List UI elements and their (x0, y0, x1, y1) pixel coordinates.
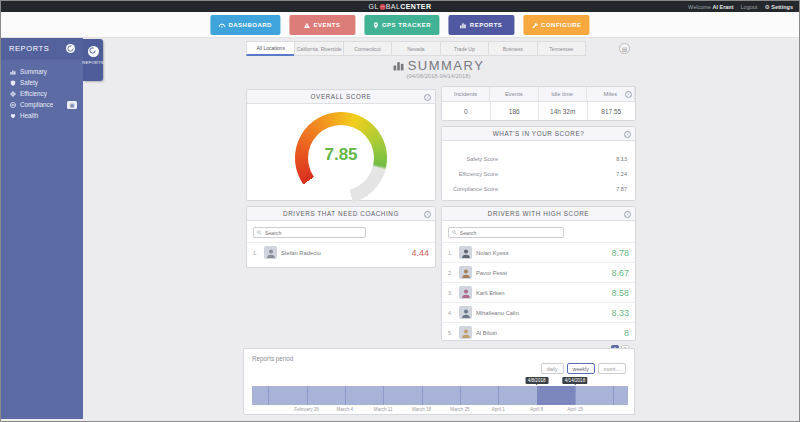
driver-row[interactable]: 5. Al Bilotti 8 (442, 322, 635, 342)
search-input[interactable] (460, 230, 560, 236)
axis-label: February 26 (294, 407, 319, 412)
driver-avatar (459, 306, 472, 319)
tab-location-5[interactable]: Trade Up (440, 41, 488, 56)
tab-location-4[interactable]: Nevada (391, 41, 439, 56)
axis-label: April 1 (492, 407, 505, 412)
driver-avatar (264, 246, 277, 259)
sidebar-item-health[interactable]: Health (10, 110, 83, 121)
logo-text-right: BAL (386, 3, 400, 10)
main-nav: DASHBOARD EVENTS GPS TRACKER REPORTS CON… (1, 12, 799, 38)
tab-location-6[interactable]: Business (488, 41, 536, 56)
driver-score: 8 (624, 328, 629, 338)
coaching-drivers-card: DRIVERS THAT NEED COACHING i 1. Stefan R… (246, 206, 436, 268)
info-icon[interactable]: i (624, 131, 631, 138)
info-icon[interactable]: i (625, 91, 632, 98)
title-chart-icon (393, 60, 404, 71)
location-pin-icon (372, 22, 379, 29)
driver-score: 4.44 (411, 248, 429, 258)
daily-button[interactable]: daily (541, 363, 564, 374)
nav-dashboard-button[interactable]: DASHBOARD (210, 15, 280, 35)
search-icon (452, 230, 457, 235)
driver-row[interactable]: 1. Stefan Radeciu 4.44 (247, 242, 435, 262)
selected-week-segment[interactable] (537, 386, 575, 405)
driver-score: 8.67 (611, 268, 629, 278)
sidebar-header: REPORTS (1, 38, 83, 58)
sidebar-item-summary[interactable]: Summary (10, 66, 83, 77)
axis-label: April 15 (567, 407, 583, 412)
high-score-drivers-card: DRIVERS WITH HIGH SCORE i 1. Nolan Kyess… (441, 206, 636, 341)
coaching-search[interactable] (253, 227, 366, 238)
user-name: Al Erant (712, 4, 733, 10)
sidebar-item-safety[interactable]: Safety (10, 77, 83, 88)
panel-options-icon[interactable]: ▤ (619, 43, 630, 54)
nav-configure-button[interactable]: CONFIGURE (523, 15, 590, 35)
driver-row[interactable]: 3. Karli Erken 8.58 (442, 282, 635, 302)
high-score-search[interactable] (448, 227, 564, 238)
stat-label-events: Events (490, 87, 538, 101)
driver-name: Al Bilotti (476, 330, 620, 336)
range-start-tooltip: 4/8/2018 (525, 377, 548, 384)
tab-location-7[interactable]: Tennessee (537, 41, 586, 56)
welcome-text: Welcome Al Erant (688, 4, 733, 10)
card-header: WHAT'S IN YOUR SCORE? i (442, 127, 635, 141)
refresh-icon[interactable] (66, 44, 75, 53)
driver-name: Mihaileanu Calin (476, 310, 607, 316)
info-icon[interactable]: i (624, 211, 631, 218)
gear-icon (10, 91, 16, 97)
driver-avatar (459, 246, 472, 259)
driver-score: 8.58 (611, 288, 629, 298)
sidebar-handle[interactable]: REPORTS (83, 39, 103, 81)
sidebar-item-compliance[interactable]: Compliance ▦ (10, 99, 83, 110)
tab-location-2[interactable]: California, Riverside (294, 41, 342, 56)
card-header: DRIVERS WITH HIGH SCORE i (442, 207, 635, 221)
axis-label: March 4 (337, 407, 354, 412)
bar-chart-icon (460, 22, 467, 29)
info-icon[interactable]: i (424, 94, 431, 101)
driver-row[interactable]: 4. Mihaileanu Calin 8.33 (442, 302, 635, 322)
search-input[interactable] (265, 230, 362, 236)
nav-events-button[interactable]: EVENTS (289, 15, 355, 35)
compliance-badge[interactable]: ▦ (67, 101, 77, 109)
driver-avatar (459, 286, 472, 299)
axis-label: March 11 (374, 407, 393, 412)
range-end-tooltip: 4/14/2018 (562, 377, 587, 384)
efficiency-score-bar: Efficiency Score 7.24 (444, 166, 627, 181)
driver-name: Nolan Kyess (476, 250, 607, 256)
logout-link[interactable]: Logout (741, 4, 758, 10)
sidebar-item-label: Summary (20, 68, 47, 75)
monthly-button[interactable]: mont... (598, 363, 626, 374)
info-icon[interactable]: i (424, 211, 431, 218)
score-bars: Safety Score 8.13 Efficiency Score 7.24 … (442, 141, 635, 196)
stat-value-idle-time: 14h 32m (539, 102, 588, 120)
driver-row[interactable]: 2. Pavor Pessi 8.67 (442, 262, 635, 282)
reports-period-label: Reports period (252, 355, 293, 362)
stat-value-miles: 817.55 (588, 102, 636, 120)
wrench-icon (531, 22, 538, 29)
sidebar-handle-label: REPORTS (82, 60, 103, 65)
sidebar-item-label: Efficiency (20, 90, 47, 97)
heart-icon (10, 113, 16, 119)
sidebar-item-efficiency[interactable]: Efficiency (10, 88, 83, 99)
overall-score-card: OVERALL SCORE i 7.85 (246, 89, 436, 201)
globe-icon (379, 4, 385, 10)
tab-location-3[interactable]: Connecticut (343, 41, 391, 56)
driver-row[interactable]: 1. Nolan Kyess 8.78 (442, 242, 635, 262)
period-timeline-band[interactable]: 4/8/2018 4/14/2018 (252, 386, 628, 405)
location-tabs: All Locations California, Riverside Conn… (246, 41, 586, 56)
gear-icon: ⚙ (764, 4, 769, 10)
sidebar-item-label: Safety (20, 79, 38, 86)
stat-value-events: 186 (491, 102, 540, 120)
driver-score: 8.33 (611, 308, 629, 318)
tab-all-locations[interactable]: All Locations (246, 41, 294, 56)
axis-label: April 8 (530, 407, 543, 412)
app-window: GLBALCENTER Welcome Al Erant Logout ⚙ Se… (0, 0, 800, 422)
weekly-button[interactable]: weekly (567, 363, 595, 374)
settings-link[interactable]: ⚙ Settings (764, 3, 793, 10)
sidebar-item-label: Compliance (20, 101, 53, 108)
page-title: SUMMARY (246, 58, 631, 73)
stat-label-incidents: Incidents (442, 87, 490, 101)
nav-reports-button[interactable]: REPORTS (448, 15, 514, 35)
overall-score-value: 7.85 (295, 145, 387, 165)
top-bar: GLBALCENTER Welcome Al Erant Logout ⚙ Se… (1, 1, 799, 12)
nav-gps-tracker-button[interactable]: GPS TRACKER (364, 15, 439, 35)
